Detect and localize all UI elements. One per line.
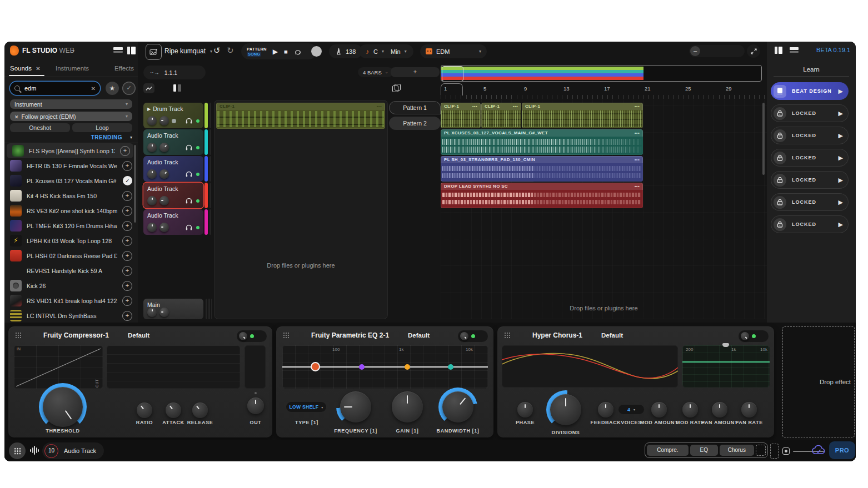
eq-type-dropdown[interactable]: LOW SHELF ▾ bbox=[286, 402, 326, 412]
duplicate-pattern-icon[interactable] bbox=[392, 84, 400, 92]
add-sample-icon[interactable]: + bbox=[122, 161, 132, 171]
drop-effect-zone[interactable]: Drop effect bbox=[782, 326, 855, 437]
pan-knob[interactable] bbox=[147, 223, 157, 232]
voices-dropdown[interactable]: 4 ▾ bbox=[618, 405, 644, 414]
clip-menu-icon[interactable]: ••• bbox=[472, 104, 477, 109]
eq-band-handle-3[interactable] bbox=[405, 364, 410, 370]
learn-item-locked-6[interactable]: LOCKED ▶ bbox=[771, 215, 849, 233]
list-item[interactable]: Kick 26 + bbox=[4, 278, 136, 293]
fx-preset[interactable]: Default bbox=[128, 332, 149, 339]
fx-panel-eq[interactable]: Fruity Parametric EQ 2-1Default 100 1k 1… bbox=[276, 326, 493, 437]
add-sample-icon[interactable]: + bbox=[120, 146, 130, 156]
headphones-icon[interactable] bbox=[186, 198, 192, 204]
playlist-clip-drums-2[interactable]: CLIP-1••• bbox=[481, 103, 521, 128]
play-icon[interactable]: ▶ bbox=[839, 110, 843, 117]
volume-knob[interactable] bbox=[159, 143, 169, 152]
mod-rate-knob[interactable] bbox=[682, 402, 698, 417]
record-button[interactable] bbox=[311, 46, 322, 57]
added-check-icon[interactable]: ✓ bbox=[123, 176, 132, 185]
layout-rows-icon[interactable] bbox=[790, 47, 799, 53]
project-name-dropdown[interactable]: Ripe kumquat ▾ bbox=[164, 47, 212, 55]
drag-handle-icon[interactable] bbox=[504, 332, 511, 339]
playlist-clip-drums-1[interactable]: CLIP-1••• bbox=[441, 103, 481, 128]
out-knob[interactable] bbox=[247, 398, 264, 414]
tab-sounds[interactable]: Sounds ✕ bbox=[10, 65, 41, 72]
layout-rows-icon[interactable] bbox=[113, 47, 123, 54]
track-header-main[interactable]: Main bbox=[143, 299, 203, 319]
list-item[interactable]: REVHS1 Hardstyle Kick 59 A + bbox=[4, 263, 136, 278]
divisions-knob[interactable] bbox=[546, 390, 585, 429]
mute-dot[interactable] bbox=[172, 119, 176, 123]
layout-columns-icon[interactable] bbox=[775, 47, 782, 54]
threshold-knob[interactable] bbox=[39, 383, 87, 431]
play-icon[interactable]: ▶ bbox=[839, 199, 843, 206]
play-icon[interactable]: ▶ bbox=[839, 132, 843, 139]
effect-chip-chorus[interactable]: Chorus bbox=[720, 445, 754, 456]
playlist-clip-pad[interactable]: PL SH_03_STRANGERS_PAD_130_CMIN••• bbox=[441, 156, 643, 182]
tab-effects[interactable]: Effects bbox=[114, 65, 134, 72]
learn-item-locked-2[interactable]: LOCKED ▶ bbox=[771, 127, 849, 144]
fx-preset[interactable]: Default bbox=[408, 332, 430, 339]
clip-menu-icon[interactable]: ••• bbox=[635, 130, 640, 135]
gain-knob[interactable] bbox=[388, 388, 427, 426]
playlist-clip-vocals[interactable]: PL XCUSES_03_127_VOCALS_MAIN_G#_WET••• bbox=[441, 129, 643, 155]
filter-handle[interactable] bbox=[722, 343, 729, 347]
eq-band-handle-2[interactable] bbox=[359, 364, 365, 370]
learn-item-locked-1[interactable]: LOCKED ▶ bbox=[771, 104, 849, 122]
pan-knob[interactable] bbox=[147, 169, 157, 179]
track-header-drum[interactable]: ▶Drum Track bbox=[143, 103, 203, 128]
play-button[interactable]: ▶ bbox=[273, 48, 278, 56]
list-item[interactable]: PL TMEE Kit3 120 Fm Drums Hihats + bbox=[4, 218, 136, 233]
genre-dropdown[interactable]: EDM ▾ bbox=[420, 44, 487, 58]
volume-knob[interactable] bbox=[159, 116, 169, 125]
add-sample-icon[interactable]: + bbox=[122, 281, 132, 291]
pattern-song-toggle[interactable]: PATTERN SONG bbox=[247, 47, 267, 57]
fx-power-control[interactable] bbox=[739, 330, 769, 342]
remove-filter-icon[interactable]: ✕ bbox=[14, 114, 19, 120]
add-sample-icon[interactable]: + bbox=[122, 206, 132, 216]
add-sample-icon[interactable]: + bbox=[122, 266, 132, 276]
redo-button[interactable]: ↻ bbox=[227, 46, 234, 56]
feedback-knob[interactable] bbox=[598, 402, 613, 417]
volume-knob[interactable] bbox=[159, 308, 169, 317]
effect-chip-eq[interactable]: EQ bbox=[690, 445, 718, 456]
pan-amount-knob[interactable] bbox=[712, 402, 727, 417]
project-artwork-button[interactable] bbox=[146, 44, 162, 60]
headphones-icon[interactable] bbox=[186, 118, 192, 124]
track-header-audio-4[interactable]: Audio Track bbox=[143, 209, 203, 235]
eq-spectrum-graph[interactable]: 100 1k 10k bbox=[282, 345, 488, 389]
clip-menu-icon[interactable]: ••• bbox=[513, 104, 518, 109]
zoom-slider-handle[interactable]: – bbox=[690, 46, 700, 56]
pan-knob[interactable] bbox=[147, 196, 157, 205]
bars-selector-dropdown[interactable]: 4 BARS ⌄ bbox=[358, 67, 393, 77]
oneshot-toggle-button[interactable]: Oneshot bbox=[10, 123, 70, 132]
pan-knob[interactable] bbox=[147, 116, 157, 125]
headphones-icon[interactable] bbox=[186, 144, 192, 150]
selected-track-chip[interactable]: 10 Audio Track bbox=[42, 442, 104, 459]
learn-item-locked-3[interactable]: LOCKED ▶ bbox=[771, 149, 849, 167]
fx-panel-compressor[interactable]: Fruity Compressor-1Default IN OUT THRESH… bbox=[8, 326, 272, 437]
editor-clip-drum[interactable]: CLIP-1 ••• bbox=[216, 103, 385, 129]
play-icon[interactable]: ▶ bbox=[839, 177, 843, 184]
sort-trending-dropdown[interactable]: TRENDING ▾ bbox=[91, 134, 132, 140]
track-header-audio-1[interactable]: Audio Track bbox=[143, 129, 203, 155]
list-item[interactable]: PL HSH 02 Darkness Reese Pad D S... + bbox=[4, 248, 136, 263]
pattern-tab-1[interactable]: Pattern 1 bbox=[389, 101, 441, 114]
sample-list-scrollbar[interactable] bbox=[134, 145, 136, 223]
app-menu-chevron-icon[interactable]: ▾ bbox=[72, 48, 74, 53]
mix-knob[interactable] bbox=[741, 332, 749, 340]
clip-menu-icon[interactable]: ••• bbox=[635, 157, 640, 162]
fx-power-control[interactable] bbox=[458, 330, 488, 342]
attack-knob[interactable] bbox=[166, 403, 181, 418]
power-dot[interactable] bbox=[471, 334, 475, 338]
fx-panel-chorus[interactable]: Hyper Chorus-1Default 200 1k 10k PHASE D… bbox=[497, 326, 774, 437]
volume-knob[interactable] bbox=[159, 196, 169, 205]
playlist-minimap[interactable] bbox=[441, 65, 762, 82]
drag-handle-icon[interactable] bbox=[15, 332, 22, 339]
follow-playhead-icon[interactable]: ··→ bbox=[150, 69, 159, 76]
list-item[interactable]: Kit 4 HS Kick Bass Fm 150 + bbox=[4, 188, 136, 203]
search-input[interactable] bbox=[23, 84, 88, 92]
add-sample-icon[interactable]: + bbox=[122, 191, 132, 201]
mod-amount-knob[interactable] bbox=[651, 402, 667, 417]
volume-knob[interactable] bbox=[159, 223, 169, 232]
